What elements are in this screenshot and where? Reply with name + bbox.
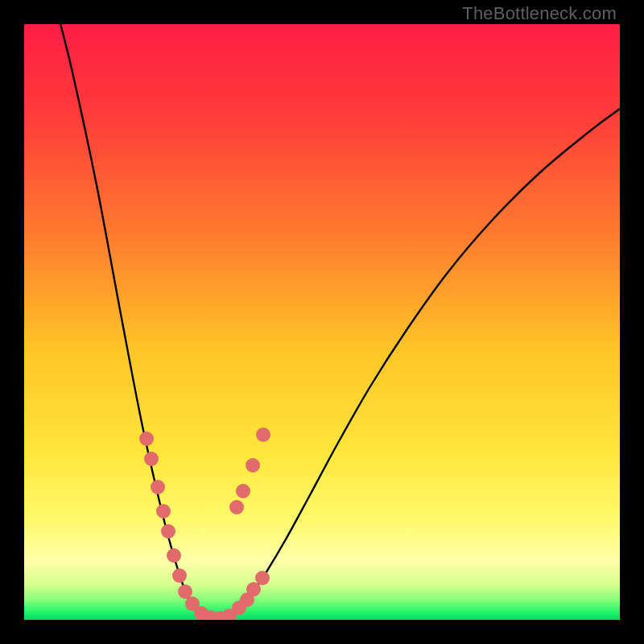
data-marker: [256, 427, 270, 442]
chart-frame: TheBottleneck.com: [0, 0, 644, 644]
data-marker: [156, 504, 171, 518]
data-marker: [246, 582, 261, 597]
data-marker: [236, 484, 250, 498]
data-marker: [178, 584, 192, 599]
data-marker: [255, 571, 270, 585]
watermark-text: TheBottleneck.com: [462, 3, 617, 24]
data-marker: [144, 452, 159, 466]
data-marker: [229, 500, 244, 514]
data-marker: [161, 524, 175, 539]
data-marker: [246, 458, 260, 473]
data-marker: [139, 431, 154, 446]
plot-area: [24, 24, 620, 620]
data-marker: [172, 568, 187, 583]
data-marker: [167, 548, 181, 563]
bottleneck-curve: [24, 24, 620, 620]
data-marker: [151, 480, 165, 494]
